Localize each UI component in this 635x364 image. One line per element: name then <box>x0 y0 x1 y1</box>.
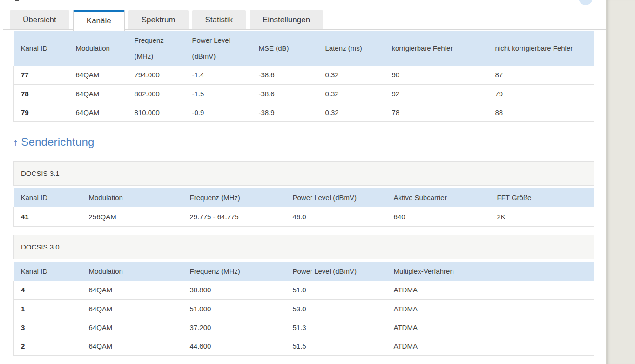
table-row: 2 64QAM 44.600 51.5 ATDMA <box>14 337 594 355</box>
left-border-line <box>3 0 3 364</box>
docsis30-title: DOCSIS 3.0 <box>13 235 594 259</box>
tab-einstellungen[interactable]: Einstellungen <box>250 10 323 29</box>
col-multiplex: Multiplex-Verfahren <box>386 262 594 281</box>
col-frequenz: Frequenz (MHz) <box>127 31 185 66</box>
docsis30-section: DOCSIS 3.0 Kanal ID Modulation Frequenz … <box>13 235 594 356</box>
table-row: 79 64QAM 810.000 -0.9 -38.9 0.32 78 88 <box>14 103 594 121</box>
table-row: 41 256QAM 29.775 - 64.775 46.0 640 2K <box>14 207 594 226</box>
upstream-heading-label: Senderichtung <box>21 135 94 148</box>
help-button[interactable] <box>579 0 593 5</box>
docsis31-title: DOCSIS 3.1 <box>13 161 594 186</box>
tab-spektrum[interactable]: Spektrum <box>128 10 189 29</box>
col-power-level: Power Level (dBmV) <box>285 262 386 281</box>
tab-kanaele[interactable]: Kanäle <box>73 10 125 31</box>
col-fft-groesse: FFT Größe <box>490 188 594 207</box>
col-modulation: Modulation <box>81 262 182 281</box>
page-margin-background <box>606 0 635 364</box>
col-korrigierbare: korrigierbare Fehler <box>385 31 488 66</box>
col-modulation: Modulation <box>81 188 182 207</box>
channels-page: Übersicht Kanäle Spektrum Statistik Eins… <box>0 0 635 364</box>
col-kanal-id: Kanal ID <box>14 262 81 281</box>
col-modulation: Modulation <box>68 31 127 66</box>
tab-statistik[interactable]: Statistik <box>192 10 246 29</box>
col-power-level: Power Level (dBmV) <box>285 188 386 207</box>
col-frequenz: Frequenz (MHz) <box>182 262 285 281</box>
docsis31-table: Kanal ID Modulation Frequenz (MHz) Power… <box>13 188 594 227</box>
docsis31-table-header: Kanal ID Modulation Frequenz (MHz) Power… <box>14 188 594 207</box>
col-kanal-id: Kanal ID <box>14 31 68 66</box>
col-latenz: Latenz (ms) <box>318 31 385 66</box>
col-nicht-korrigierbare: nicht korrigierbare Fehler <box>488 31 594 66</box>
downstream-table-header: Kanal ID Modulation Frequenz (MHz) Power… <box>14 31 594 66</box>
table-row: 1 64QAM 51.000 53.0 ATDMA <box>14 299 594 318</box>
col-kanal-id: Kanal ID <box>14 188 81 207</box>
col-frequenz: Frequenz (MHz) <box>182 188 285 207</box>
table-row: 77 64QAM 794.000 -1.4 -38.6 0.32 90 87 <box>14 66 594 84</box>
tab-uebersicht[interactable]: Übersicht <box>10 10 69 29</box>
col-aktive-subcarrier: Aktive Subcarrier <box>386 188 490 207</box>
table-row: 4 64QAM 30.800 51.0 ATDMA <box>14 281 594 299</box>
cutoff-text-fragment <box>15 0 19 1</box>
docsis31-section: DOCSIS 3.1 Kanal ID Modulation Frequenz … <box>13 161 594 227</box>
arrow-up-icon: ↑ <box>13 136 18 148</box>
downstream-channels-table: Kanal ID Modulation Frequenz (MHz) Power… <box>13 31 594 122</box>
upstream-section-heading: ↑Senderichtung <box>13 135 95 148</box>
col-mse: MSE (dB) <box>251 31 318 66</box>
table-row: 3 64QAM 37.200 51.3 ATDMA <box>14 318 594 337</box>
docsis30-table-header: Kanal ID Modulation Frequenz (MHz) Power… <box>14 262 594 281</box>
tab-bar: Übersicht Kanäle Spektrum Statistik Eins… <box>10 10 323 31</box>
docsis30-table: Kanal ID Modulation Frequenz (MHz) Power… <box>13 262 594 356</box>
table-row: 78 64QAM 802.000 -1.5 -38.6 0.32 92 79 <box>14 84 594 103</box>
col-power-level: Power Level (dBmV) <box>185 31 251 66</box>
